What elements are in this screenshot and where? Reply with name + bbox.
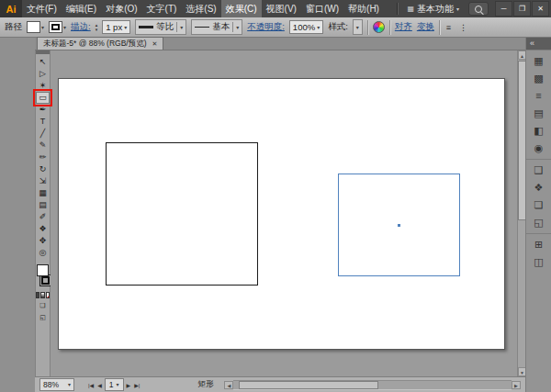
brush-definition-select[interactable]: 基本 ▾ — [191, 19, 242, 35]
horizontal-scrollbar[interactable]: ◀ ▶ — [224, 380, 521, 390]
illustrator-window: Ai 文件(F) 编辑(E) 对象(O) 文字(T) 选择(S) 效果(C) 视… — [0, 0, 551, 392]
scroll-left-icon[interactable]: ◀ — [224, 381, 233, 389]
stroke-width-select[interactable]: 1 px ▾ — [102, 20, 130, 34]
caret-down-icon: ▾ — [236, 25, 239, 30]
prev-artboard-button[interactable]: ◀ — [96, 382, 103, 388]
dropdown-divider — [176, 22, 177, 32]
menu-help[interactable]: 帮助(H) — [343, 0, 384, 17]
opacity-select[interactable]: 100% ▾ — [289, 20, 323, 34]
artboard-number-select[interactable]: 1 ▾ — [105, 378, 124, 391]
stroke-width-stepper[interactable]: ▴ ▾ — [96, 23, 98, 31]
zoom-tool[interactable]: ◎ — [36, 247, 50, 259]
none-mini-swatch[interactable] — [46, 292, 50, 298]
recolor-artwork-icon[interactable] — [373, 21, 385, 33]
menu-view[interactable]: 视图(V) — [262, 0, 301, 17]
gradient-panel-icon[interactable]: ▤ — [526, 105, 551, 122]
menu-type[interactable]: 文字(T) — [142, 0, 182, 17]
draw-mode-button[interactable]: ❏ — [36, 301, 50, 310]
hand-tool[interactable]: ✥ — [36, 235, 50, 247]
gradient-mini-swatch[interactable] — [40, 292, 44, 298]
pencil-tool[interactable]: ✏ — [36, 151, 50, 163]
scroll-right-icon[interactable]: ▶ — [512, 381, 521, 389]
stroke-profile-select[interactable]: 等比 ▾ — [135, 19, 186, 35]
more-options-icon[interactable]: ⋮ — [457, 23, 469, 32]
zoom-level-value: 88% — [43, 380, 59, 389]
symbols-panel-icon[interactable]: ❖ — [526, 179, 551, 196]
first-artboard-button[interactable]: |◀ — [87, 382, 95, 388]
profile-value: 等比 — [156, 21, 174, 33]
menu-window[interactable]: 窗口(W) — [301, 0, 343, 17]
gradient-tool[interactable]: ▤ — [36, 199, 50, 211]
artboard-navigation: |◀ ◀ 1 ▾ ▶ ▶| — [87, 378, 141, 391]
horizontal-scroll-thumb[interactable] — [239, 381, 377, 389]
magic-wand-tool[interactable]: ✶ — [36, 80, 50, 92]
next-artboard-button[interactable]: ▶ — [126, 382, 132, 388]
panel-menu-icon[interactable]: ≡ — [444, 23, 453, 32]
menu-select[interactable]: 选择(S) — [181, 0, 220, 17]
selection-tool[interactable]: ↖ — [36, 56, 50, 68]
direct-selection-tool[interactable]: ▷ — [36, 68, 50, 80]
close-button[interactable]: ✕ — [532, 1, 549, 17]
expand-panels-button[interactable]: « — [526, 38, 551, 50]
blend-tool[interactable]: ❖ — [36, 223, 50, 235]
paintbrush-tool[interactable]: ✎ — [36, 140, 50, 151]
brush-value: 基本 — [212, 21, 230, 33]
status-bar: 88% ▾ |◀ ◀ 1 ▾ ▶ ▶| 矩形 ◀ ▶ — [35, 376, 525, 392]
eyedropper-tool[interactable]: ✐ — [36, 211, 50, 223]
menu-object[interactable]: 对象(O) — [101, 0, 141, 17]
pathfinder-panel-icon[interactable]: ◫ — [526, 253, 551, 271]
color-mini-swatch[interactable] — [36, 292, 39, 298]
stroke-panel-icon[interactable]: ≡ — [526, 87, 551, 105]
menu-effect[interactable]: 效果(C) — [221, 0, 262, 17]
horizontal-scroll-track[interactable] — [233, 380, 512, 390]
drawn-rectangle[interactable] — [106, 142, 258, 286]
caret-down-icon: ▾ — [124, 25, 127, 30]
workspace-switcher[interactable]: ▦ 基本功能 ▾ — [403, 3, 463, 16]
layers-panel-icon[interactable]: ❏ — [526, 196, 551, 214]
fill-color-dropdown[interactable]: ▾ — [27, 21, 44, 33]
color-guide-panel-icon[interactable]: ▩ — [526, 70, 551, 87]
brush-line-icon — [195, 27, 209, 28]
fill-swatch[interactable] — [37, 264, 49, 276]
restore-button[interactable]: ❐ — [513, 1, 531, 17]
scale-tool[interactable]: ⇲ — [36, 175, 50, 187]
opacity-value: 100% — [293, 22, 315, 32]
stroke-color-dropdown[interactable]: ▾ — [49, 21, 66, 33]
last-artboard-button[interactable]: ▶| — [133, 382, 141, 388]
type-tool[interactable]: T — [36, 116, 50, 128]
align-panel-icon[interactable]: ⊞ — [526, 236, 551, 253]
color-panel-icon[interactable]: ▦ — [526, 52, 551, 70]
canvas[interactable] — [51, 50, 517, 376]
appearance-panel-icon[interactable]: ◉ — [526, 140, 551, 157]
menu-edit[interactable]: 编辑(E) — [62, 0, 101, 17]
app-logo: Ai — [0, 0, 22, 17]
line-tool[interactable]: ╱ — [36, 128, 50, 140]
stroke-width-value: 1 px — [106, 22, 122, 32]
opacity-link[interactable]: 不透明度: — [247, 21, 285, 33]
caret-down-icon: ▾ — [317, 25, 320, 30]
screen-mode-button[interactable]: ◱ — [36, 313, 50, 322]
transparency-panel-icon[interactable]: ◧ — [526, 122, 551, 140]
graphic-styles-panel-icon[interactable]: ❑ — [526, 162, 551, 179]
align-link[interactable]: 对齐 — [395, 21, 412, 33]
rectangle-tool[interactable]: ▭ — [36, 92, 50, 104]
rotate-tool[interactable]: ↻ — [36, 163, 50, 175]
stroke-link[interactable]: 描边: — [71, 21, 91, 33]
style-select[interactable]: ▾ — [353, 19, 363, 35]
menu-file[interactable]: 文件(F) — [22, 0, 62, 17]
caret-down-icon: ▾ — [180, 25, 183, 30]
minimize-button[interactable]: ─ — [495, 1, 512, 17]
caret-down-icon: ▾ — [41, 25, 44, 30]
pen-tool[interactable]: ✒ — [36, 104, 50, 116]
selected-rectangle[interactable] — [338, 174, 460, 276]
caret-down-icon: ▾ — [117, 382, 119, 387]
search-button[interactable] — [468, 2, 489, 16]
mesh-tool[interactable]: ▦ — [36, 187, 50, 199]
artboards-panel-icon[interactable]: ◱ — [526, 214, 551, 231]
menubar-divider — [397, 3, 398, 15]
menubar: Ai 文件(F) 编辑(E) 对象(O) 文字(T) 选择(S) 效果(C) 视… — [0, 0, 551, 17]
transform-link[interactable]: 变换 — [417, 21, 434, 33]
zoom-level-select[interactable]: 88% ▾ — [39, 378, 74, 391]
tab-close-icon[interactable]: ✕ — [152, 40, 158, 48]
document-tab[interactable]: 未标题-5* @ 88% (RGB/预览) ✕ — [37, 37, 163, 50]
